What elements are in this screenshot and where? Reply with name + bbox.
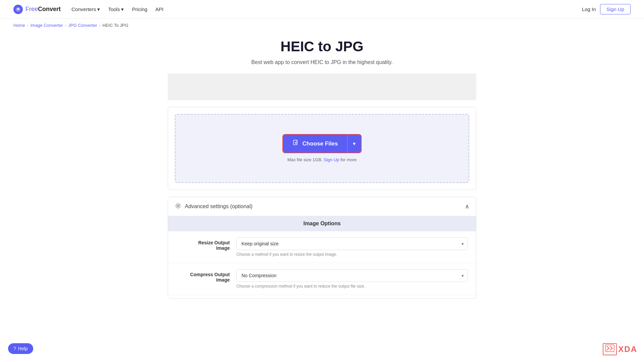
breadcrumb-image-converter[interactable]: Image Converter	[31, 23, 63, 28]
compress-row: Compress OutputImage No Compression Low …	[168, 263, 476, 295]
svg-point-1	[17, 9, 19, 10]
advanced-settings: Advanced settings (optional) ∧ Image Opt…	[168, 197, 476, 299]
signup-button[interactable]: Sign Up	[600, 4, 631, 14]
login-button[interactable]: Log In	[582, 6, 596, 12]
choose-files-button[interactable]: Choose Files	[283, 135, 347, 153]
resize-hint: Choose a method if you want to resize th…	[236, 252, 468, 257]
navbar-left: FreeConvert Converters ▾ Tools ▾ Pricing…	[13, 5, 163, 14]
compress-hint: Choose a compression method if you want …	[236, 284, 468, 289]
nav-links: Converters ▾ Tools ▾ Pricing API	[71, 6, 163, 12]
chevron-down-icon: ▾	[97, 6, 100, 12]
gear-icon	[175, 202, 181, 210]
page-title: HEIC to JPG	[168, 39, 476, 55]
chevron-down-icon: ▾	[121, 6, 124, 12]
upload-note: Max file size 1GB. Sign Up for more	[287, 157, 357, 162]
navbar-right: Log In Sign Up	[582, 4, 631, 14]
navbar: FreeConvert Converters ▾ Tools ▾ Pricing…	[0, 0, 644, 19]
nav-pricing[interactable]: Pricing	[132, 6, 147, 12]
resize-select-wrapper: Keep original size Custom size Percentag…	[236, 237, 468, 250]
nav-api[interactable]: API	[155, 6, 163, 12]
resize-control: Keep original size Custom size Percentag…	[236, 237, 468, 257]
logo-icon	[13, 5, 23, 14]
nav-tools[interactable]: Tools ▾	[108, 6, 124, 12]
ad-banner	[168, 73, 476, 100]
upload-signup-link[interactable]: Sign Up	[324, 157, 339, 162]
logo-text: FreeConvert	[25, 6, 61, 13]
resize-row: Resize OutputImage Keep original size Cu…	[168, 231, 476, 263]
file-icon	[292, 139, 299, 148]
compress-label: Compress OutputImage	[176, 269, 230, 283]
chevron-up-icon: ∧	[465, 203, 469, 210]
dropdown-chevron-icon: ▾	[353, 141, 356, 146]
image-options-header: Image Options	[168, 216, 476, 231]
breadcrumb: Home › Image Converter › JPG Converter ›…	[0, 19, 644, 32]
upload-dropzone[interactable]: Choose Files ▾ Max file size 1GB. Sign U…	[175, 114, 469, 183]
logo[interactable]: FreeConvert	[13, 5, 61, 14]
svg-point-3	[177, 205, 179, 207]
breadcrumb-home[interactable]: Home	[13, 23, 25, 28]
breadcrumb-jpg-converter[interactable]: JPG Converter	[68, 23, 97, 28]
main-content: HEIC to JPG Best web app to convert HEIC…	[161, 32, 483, 319]
compress-control: No Compression Low Compression Medium Co…	[236, 269, 468, 289]
compress-select-wrapper: No Compression Low Compression Medium Co…	[236, 269, 468, 282]
breadcrumb-sep-1: ›	[27, 23, 29, 28]
resize-label: Resize OutputImage	[176, 237, 230, 251]
resize-select[interactable]: Keep original size Custom size Percentag…	[236, 237, 468, 250]
advanced-settings-header[interactable]: Advanced settings (optional) ∧	[168, 197, 476, 216]
breadcrumb-sep-3: ›	[99, 23, 101, 28]
advanced-settings-title: Advanced settings (optional)	[175, 202, 253, 210]
page-subtitle: Best web app to convert HEIC to JPG in t…	[168, 59, 476, 65]
choose-files-dropdown-button[interactable]: ▾	[347, 135, 361, 153]
compress-select[interactable]: No Compression Low Compression Medium Co…	[236, 269, 468, 282]
breadcrumb-current: HEIC To JPG	[103, 23, 128, 28]
upload-box: Choose Files ▾ Max file size 1GB. Sign U…	[168, 107, 476, 190]
nav-converters[interactable]: Converters ▾	[71, 6, 100, 12]
choose-files-wrapper: Choose Files ▾	[283, 135, 361, 153]
breadcrumb-sep-2: ›	[65, 23, 66, 28]
settings-body: Image Options Resize OutputImage Keep or…	[168, 216, 476, 298]
